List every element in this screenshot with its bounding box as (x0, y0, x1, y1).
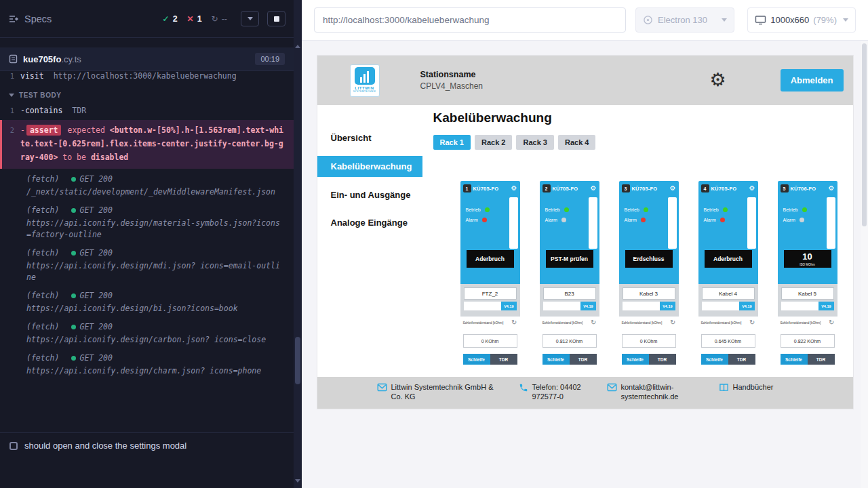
test-body-section-header[interactable]: TEST BODY (0, 83, 294, 103)
cable-name-field[interactable]: FTZ_2 (464, 287, 517, 300)
spec-file-icon (9, 54, 18, 64)
status-box: Erdschluss (625, 250, 673, 268)
scroll-up-icon[interactable] (295, 45, 300, 48)
nav-item-analoge-eingaenge[interactable]: Analoge Eingänge (317, 209, 422, 237)
visit-command-row[interactable]: 1 visit http://localhost:3000/kabelueber… (0, 68, 294, 83)
fetch-log-row: (fetch)GET 200 /_next/static/development… (0, 169, 294, 200)
version-row: V4.19 (464, 302, 517, 310)
tdr-button[interactable]: TDR (808, 354, 835, 365)
logo-mark-icon (355, 67, 375, 85)
station-value: CPLV4_Maschen (420, 81, 484, 91)
next-test-title: should open and close the settings modal (24, 441, 186, 451)
alarm-status-dot (482, 218, 487, 222)
nav-item-uebersicht[interactable]: Übersicht (317, 124, 422, 152)
refresh-icon[interactable]: ↻ (670, 319, 675, 326)
assert-message: -assertexpected <button.w-[50%].h-[1.563… (20, 123, 287, 164)
fetch-log-row: (fetch)GET 200 https://api.iconify.desig… (0, 243, 294, 285)
cable-name-field[interactable]: Kabel 4 (702, 287, 755, 300)
tdr-button[interactable]: TDR (728, 354, 755, 365)
betrieb-status-dot (644, 207, 648, 212)
schleife-button[interactable]: Schleife (542, 354, 570, 365)
logout-button[interactable]: Abmelden (781, 69, 844, 92)
tdr-button[interactable]: TDR (649, 354, 676, 365)
cable-name-field[interactable]: Kabel 5 (781, 287, 834, 300)
tab-rack-3[interactable]: Rack 3 (516, 135, 553, 150)
assert-expected-word: expected (67, 125, 104, 135)
status-ok-dot (71, 325, 76, 329)
betrieb-label: Betrieb (704, 207, 719, 212)
level-indicator (589, 197, 597, 249)
tab-rack-4[interactable]: Rack 4 (558, 135, 595, 150)
resistance-label: Schleifenwiderstand [kOhm] (622, 321, 663, 325)
schleife-button[interactable]: Schleife (622, 354, 649, 365)
viewport-select[interactable]: 1000x660 (79%) (747, 7, 856, 33)
status-text: 10 (802, 251, 812, 262)
browser-url-bar: http://localhost:3000/kabelueberwachung … (302, 0, 868, 41)
status-text: Aderbruch (475, 256, 505, 262)
schleife-button[interactable]: Schleife (463, 354, 490, 365)
footer-manuals-text: Handbücher (733, 382, 774, 392)
card-gear-icon[interactable]: ⚙ (749, 185, 755, 192)
cable-name-field[interactable]: B23 (543, 287, 596, 300)
level-indicator (668, 197, 677, 249)
stop-run-button[interactable] (267, 11, 285, 26)
status-box: Aderbruch (467, 250, 514, 268)
command-arg: http://localhost:3000/kabelueberwachung (54, 69, 237, 83)
viewport-size: 1000x660 (770, 15, 809, 25)
browser-select[interactable]: Electron 130 (635, 7, 734, 33)
alarm-label: Alarm (704, 218, 716, 222)
betrieb-status-dot (564, 207, 569, 212)
runner-scrollbar[interactable] (294, 0, 302, 488)
card-gear-icon[interactable]: ⚙ (829, 185, 835, 192)
schleife-button[interactable]: Schleife (781, 354, 808, 365)
scroll-down-icon[interactable] (295, 479, 300, 483)
tdr-button[interactable]: TDR (570, 354, 597, 365)
failed-assert-row[interactable]: 2 -assertexpected <button.w-[50%].h-[1.5… (0, 120, 294, 169)
scrollbar-thumb[interactable] (295, 337, 300, 384)
collapse-panel-button[interactable] (241, 11, 259, 26)
electron-icon (643, 15, 653, 25)
settings-gear-icon[interactable]: ⚙ (709, 71, 726, 89)
tab-rack-1[interactable]: Rack 1 (433, 135, 471, 150)
resistance-value: 0 KOhm (622, 334, 676, 348)
specs-label[interactable]: Specs (24, 14, 52, 24)
footer-manuals[interactable]: Handbücher (719, 382, 774, 392)
card-model: KÜ705-FO (473, 186, 499, 192)
fetch-tag: (fetch) (26, 290, 59, 302)
refresh-icon[interactable]: ↻ (749, 319, 755, 326)
status-box: Aderbruch (705, 250, 752, 268)
pending-refresh-icon: ↻ (212, 14, 218, 24)
page-scrollbar[interactable] (861, 41, 868, 488)
fetch-url: https://api.iconify.design/mdi.json? ico… (26, 260, 284, 283)
scrollbar-thumb[interactable] (862, 43, 867, 226)
browser-stage: http://localhost:3000/kabelueberwachung … (302, 0, 868, 488)
refresh-icon[interactable]: ↻ (511, 319, 517, 326)
refresh-icon[interactable]: ↻ (829, 319, 834, 326)
fetch-url: https://api.iconify.design/material-symb… (26, 218, 284, 241)
stat-failed: ✕1 (187, 14, 202, 24)
schleife-button[interactable]: Schleife (701, 354, 728, 365)
next-test-row[interactable]: should open and close the settings modal (0, 432, 294, 458)
nav-item-ein-und-ausgaenge[interactable]: Ein- und Ausgänge (317, 181, 422, 209)
fetch-status: GET 200 (79, 174, 112, 185)
status-ok-dot (71, 293, 76, 298)
card-gear-icon[interactable]: ⚙ (511, 185, 517, 192)
device-card-4: 4KÜ705-FO⚙ Betrieb Alarm Aderbruch Kabel… (698, 181, 758, 377)
tdr-button[interactable]: TDR (490, 354, 517, 365)
spec-file-row[interactable]: kue705fo.cy.ts 00:19 (0, 47, 294, 71)
chevron-down-icon (843, 18, 848, 22)
nav-item-kabelueberwachung[interactable]: Kabelüberwachung (317, 156, 422, 177)
firmware-version: V4.19 (501, 302, 516, 310)
card-gear-icon[interactable]: ⚙ (670, 185, 676, 192)
fetch-url: https://api.iconify.design/charm.json? i… (26, 365, 284, 377)
cable-name-field[interactable]: Kabel 3 (623, 287, 675, 300)
footer-email[interactable]: kontakt@littwin-systemtechnik.de (607, 382, 701, 402)
url-input[interactable]: http://localhost:3000/kabelueberwachung (314, 7, 626, 33)
contains-command-row[interactable]: 1 -contains TDR (0, 103, 294, 118)
card-gear-icon[interactable]: ⚙ (591, 185, 597, 192)
app-content: Kabelüberwachung Rack 1 Rack 2 Rack 3 Ra… (422, 105, 853, 377)
assert-tail: to be (62, 152, 86, 162)
tab-rack-2[interactable]: Rack 2 (475, 135, 512, 150)
refresh-icon[interactable]: ↻ (591, 319, 596, 326)
specs-list-icon[interactable] (8, 14, 19, 24)
